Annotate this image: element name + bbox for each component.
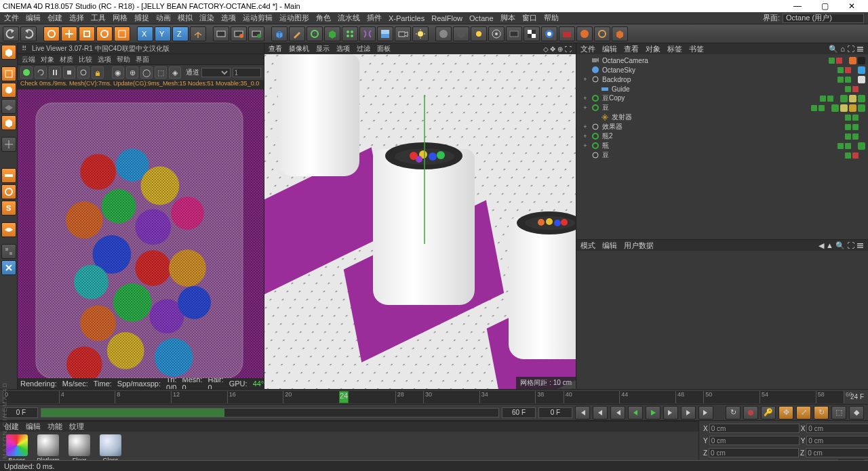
om-tab-对象[interactable]: 对象 bbox=[646, 44, 660, 54]
vis-dot[interactable] bbox=[845, 134, 851, 140]
lv-tab-界面[interactable]: 界面 bbox=[136, 55, 149, 64]
mat-tab-编辑[interactable]: 编辑 bbox=[26, 422, 41, 432]
move-tool-button[interactable] bbox=[61, 26, 77, 41]
expand-icon[interactable]: + bbox=[582, 104, 589, 111]
vp-nav-icons[interactable]: ◇ ✥ ⊕ ⛶ bbox=[543, 45, 572, 53]
tree-row-瓶[interactable]: +瓶 bbox=[576, 141, 868, 150]
tag-icon[interactable] bbox=[849, 95, 856, 102]
key-pos-button[interactable]: ✥ bbox=[778, 406, 793, 419]
tag-icon[interactable] bbox=[858, 142, 865, 150]
om-tab-标签[interactable]: 标签 bbox=[667, 44, 682, 54]
range-end-input[interactable] bbox=[502, 407, 536, 418]
viewport-3d[interactable]: 平行视图 网格间距 : 10 cm bbox=[264, 54, 576, 389]
menu-运动剪辑[interactable]: 运动剪辑 bbox=[243, 13, 273, 23]
object-mode-button[interactable] bbox=[1, 115, 16, 130]
edge-mode-button[interactable] bbox=[1, 184, 16, 199]
tag-icon[interactable] bbox=[849, 57, 856, 64]
vis-dot[interactable] bbox=[845, 67, 851, 73]
vis-dot[interactable] bbox=[852, 115, 859, 121]
menu-工具[interactable]: 工具 bbox=[91, 13, 106, 23]
render-view-button[interactable] bbox=[213, 26, 229, 41]
expand-icon[interactable]: + bbox=[582, 76, 589, 83]
lv-region-button[interactable]: ⬚ bbox=[155, 66, 167, 79]
camera-button[interactable] bbox=[395, 26, 411, 41]
live-select-button[interactable] bbox=[43, 26, 60, 41]
vp-menu-面板[interactable]: 面板 bbox=[377, 44, 391, 54]
key-scale-button[interactable]: ⤢ bbox=[796, 406, 811, 419]
menu-运动图形[interactable]: 运动图形 bbox=[279, 13, 309, 23]
lv-channel-button[interactable]: ◈ bbox=[169, 66, 181, 79]
vis-dot[interactable] bbox=[852, 124, 859, 130]
key-rot-button[interactable]: ↻ bbox=[814, 406, 829, 419]
vis-dot[interactable] bbox=[837, 67, 844, 73]
tree-row-发射器[interactable]: 发射器 bbox=[576, 112, 868, 122]
pos-y-input[interactable] bbox=[709, 436, 800, 445]
mat-tab-功能[interactable]: 功能 bbox=[47, 422, 62, 432]
rotate-tool-button[interactable] bbox=[96, 26, 113, 41]
play-back-button[interactable] bbox=[628, 406, 643, 419]
lv-tab-帮助[interactable]: 帮助 bbox=[117, 55, 130, 64]
menu-窗口[interactable]: 窗口 bbox=[522, 13, 537, 23]
octane-sphere2-button[interactable] bbox=[453, 26, 469, 41]
lv-tab-比较[interactable]: 比较 bbox=[79, 55, 92, 64]
lv-settings-button[interactable] bbox=[77, 66, 90, 79]
vis-dot[interactable] bbox=[837, 77, 844, 83]
redo-button[interactable] bbox=[20, 26, 37, 41]
menu-脚本[interactable]: 脚本 bbox=[500, 13, 515, 23]
playhead[interactable]: 24 bbox=[339, 391, 349, 403]
menu-创建[interactable]: 创建 bbox=[47, 13, 62, 23]
vp-menu-显示[interactable]: 显示 bbox=[316, 44, 330, 54]
attr-nav-icons[interactable]: ◀ ▲ 🔍 ⛶ ☰ bbox=[818, 241, 864, 250]
octane-scatter-button[interactable] bbox=[576, 26, 593, 41]
menu-渲染[interactable]: 渲染 bbox=[199, 13, 214, 23]
tag-icon[interactable] bbox=[858, 76, 865, 83]
goto-end-button[interactable] bbox=[698, 406, 713, 419]
vis-dot[interactable] bbox=[845, 77, 851, 83]
menu-模拟[interactable]: 模拟 bbox=[178, 13, 193, 23]
vis-dot[interactable] bbox=[852, 134, 859, 140]
z-axis-lock-button[interactable]: Z bbox=[172, 26, 189, 41]
tree-row-OctaneSky[interactable]: OctaneSky bbox=[576, 65, 868, 75]
tag-icon[interactable] bbox=[858, 95, 865, 102]
loop-button[interactable]: ↻ bbox=[726, 406, 741, 419]
vis-dot[interactable] bbox=[845, 143, 851, 149]
expand-icon[interactable]: + bbox=[582, 123, 589, 130]
make-editable-button[interactable] bbox=[1, 45, 16, 60]
generator-button[interactable] bbox=[324, 26, 340, 41]
pos-z-input[interactable] bbox=[709, 448, 799, 457]
lv-render-image[interactable] bbox=[18, 89, 264, 378]
octane-orbx-button[interactable] bbox=[612, 26, 628, 41]
om-search-icon[interactable]: 🔍 ⌂ ⛶ ☰ bbox=[829, 45, 864, 54]
vp-menu-摄像机[interactable]: 摄像机 bbox=[289, 44, 309, 54]
vis-dot[interactable] bbox=[827, 96, 833, 102]
mat-tab-纹理[interactable]: 纹理 bbox=[69, 422, 84, 432]
om-tab-书签[interactable]: 书签 bbox=[689, 44, 704, 54]
vis-dot[interactable] bbox=[845, 115, 851, 121]
lv-focus-button[interactable]: ⊕ bbox=[126, 66, 138, 79]
tag-icon[interactable] bbox=[840, 95, 848, 102]
size-x-input[interactable] bbox=[806, 424, 868, 433]
range-slider[interactable] bbox=[41, 408, 499, 417]
tree-row-豆Copy[interactable]: +豆Copy bbox=[576, 94, 868, 103]
menu-Octane[interactable]: Octane bbox=[469, 14, 493, 22]
menu-选择[interactable]: 选择 bbox=[69, 13, 84, 23]
lv-picker-button[interactable]: ◉ bbox=[112, 66, 124, 79]
key-param-button[interactable]: ⬚ bbox=[831, 406, 846, 419]
tag-icon[interactable] bbox=[858, 66, 865, 74]
tree-row-效果器[interactable]: +效果器 bbox=[576, 122, 868, 131]
tree-row-Guide[interactable]: Guide bbox=[576, 84, 868, 94]
autokey-button[interactable]: 🔑 bbox=[761, 406, 776, 419]
material-Floor[interactable]: Floor bbox=[65, 434, 94, 464]
y-axis-lock-button[interactable]: Y bbox=[155, 26, 171, 41]
vp-menu-选项[interactable]: 选项 bbox=[336, 44, 350, 54]
om-tab-文件[interactable]: 文件 bbox=[580, 44, 595, 54]
octane-camera-button[interactable] bbox=[559, 26, 575, 41]
tree-row-豆[interactable]: +豆 bbox=[576, 103, 868, 112]
menu-动画[interactable]: 动画 bbox=[156, 13, 171, 23]
expand-icon[interactable]: + bbox=[582, 95, 589, 102]
workplane-mode-button[interactable] bbox=[1, 99, 16, 114]
undo-button[interactable] bbox=[3, 26, 19, 41]
octane-hdr-button[interactable] bbox=[506, 26, 522, 41]
object-tree[interactable]: OctaneCameraOctaneSky+BackdropGuide+豆Cop… bbox=[576, 54, 868, 239]
attr-tab-编辑[interactable]: 编辑 bbox=[602, 241, 617, 251]
